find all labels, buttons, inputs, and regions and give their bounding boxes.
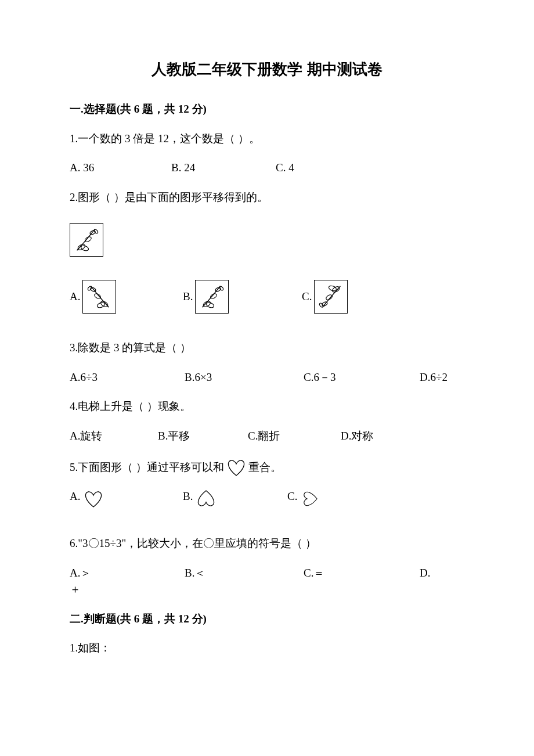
q3-opt-b: B.6×3 (185, 369, 304, 386)
heart-icon-rotated (298, 488, 323, 509)
q5-opt-c-label: C. (287, 488, 297, 505)
q2-opt-b-label: B. (183, 289, 193, 305)
heart-icon-inverted (194, 488, 218, 509)
q3-options: A.6÷3 B.6×3 C.6－3 D.6÷2 (70, 369, 464, 386)
q1-options: A. 36 B. 24 C. 4 (70, 160, 464, 177)
q6-opt-a: A.＞ (70, 565, 185, 582)
question-3: 3.除数是 3 的算式是（ ） A.6÷3 B.6×3 C.6－3 D.6÷2 (70, 340, 464, 386)
question-2: 2.图形（ ）是由下面的图形平移得到的。 A. (70, 189, 464, 314)
q6-options: A.＞ B.＜ C.＝ D. (70, 565, 464, 582)
svg-point-1 (80, 245, 89, 252)
q5-text-after: 重合。 (248, 459, 282, 476)
q5-opt-a: A. (70, 488, 183, 509)
svg-point-2 (84, 236, 92, 243)
q2-opt-c-label: C. (302, 289, 312, 305)
svg-point-15 (331, 286, 341, 293)
q6-opt-b: B.＜ (185, 565, 304, 582)
question-4: 4.电梯上升是（ ）现象。 A.旋转 B.平移 C.翻折 D.对称 (70, 398, 464, 444)
svg-point-16 (329, 285, 337, 292)
q3-text: 3.除数是 3 的算式是（ ） (70, 340, 464, 357)
s2-question-1: 1.如图： (70, 640, 464, 657)
leaf-icon (70, 223, 103, 257)
q4-opt-c: C.翻折 (248, 428, 341, 445)
s2-q1-text: 1.如图： (70, 640, 464, 657)
section-2-header: 二.判断题(共 6 题，共 12 分) (70, 611, 464, 628)
q5-opt-a-label: A. (70, 488, 80, 505)
q2-text: 2.图形（ ）是由下面的图形平移得到的。 (70, 189, 464, 206)
q6-opt-c: C.＝ (304, 565, 420, 582)
q5-opt-c: C. (287, 488, 400, 509)
q1-opt-c: C. 4 (276, 160, 294, 177)
svg-point-5 (100, 300, 109, 308)
svg-point-6 (97, 302, 106, 309)
question-6: 6."3〇15÷3"，比较大小，在〇里应填的符号是（ ） A.＞ B.＜ C.＝… (70, 535, 464, 598)
question-1: 1.一个数的 3 倍是 12，这个数是（ ）。 A. 36 B. 24 C. 4 (70, 131, 464, 177)
section-1-header: 一.选择题(共 6 题，共 12 分) (70, 101, 464, 118)
q2-options: A. B. (70, 280, 464, 314)
q1-opt-b: B. 24 (171, 160, 276, 177)
q5-text-row: 5.下面图形（ ）通过平移可以和 重合。 (70, 457, 464, 478)
q5-opt-b-label: B. (183, 488, 193, 505)
q6-opt-d: D. (420, 565, 430, 582)
q6-text: 6."3〇15÷3"，比较大小，在〇里应填的符号是（ ） (70, 535, 464, 552)
q4-options: A.旋转 B.平移 C.翻折 D.对称 (70, 428, 464, 445)
leaf-icon (195, 280, 229, 314)
svg-point-17 (326, 294, 333, 301)
q4-opt-a: A.旋转 (70, 428, 158, 445)
q5-text-before: 5.下面图形（ ）通过平移可以和 (70, 459, 224, 476)
leaf-icon-rotated (314, 280, 348, 314)
svg-point-12 (210, 293, 218, 300)
q3-opt-d: D.6÷2 (420, 369, 448, 386)
q2-opt-c: C. (302, 280, 415, 314)
leaf-icon-mirrored (82, 280, 116, 314)
q2-opt-a: A. (70, 280, 183, 314)
svg-point-7 (94, 293, 102, 300)
q2-opt-b: B. (183, 280, 302, 314)
heart-icon (81, 488, 106, 509)
q4-opt-d: D.对称 (341, 428, 373, 445)
q2-opt-a-label: A. (70, 289, 80, 305)
q1-opt-a: A. 36 (70, 160, 171, 177)
heart-icon (224, 457, 248, 478)
svg-point-10 (203, 300, 212, 308)
q1-text: 1.一个数的 3 倍是 12，这个数是（ ）。 (70, 131, 464, 147)
q4-text: 4.电梯上升是（ ）现象。 (70, 398, 464, 415)
q3-opt-a: A.6÷3 (70, 369, 185, 386)
q4-opt-b: B.平移 (158, 428, 248, 445)
q5-opt-b: B. (183, 488, 287, 509)
q2-source-figure (70, 223, 464, 257)
q3-opt-c: C.6－3 (304, 369, 420, 386)
question-5: 5.下面图形（ ）通过平移可以和 重合。 A. B. (70, 457, 464, 509)
page-title: 人教版二年级下册数学 期中测试卷 (70, 58, 464, 81)
q5-options: A. B. C. (70, 488, 464, 509)
svg-point-0 (77, 243, 86, 251)
svg-point-11 (206, 302, 215, 309)
q6-opt-d-extra: ＋ (70, 581, 464, 598)
